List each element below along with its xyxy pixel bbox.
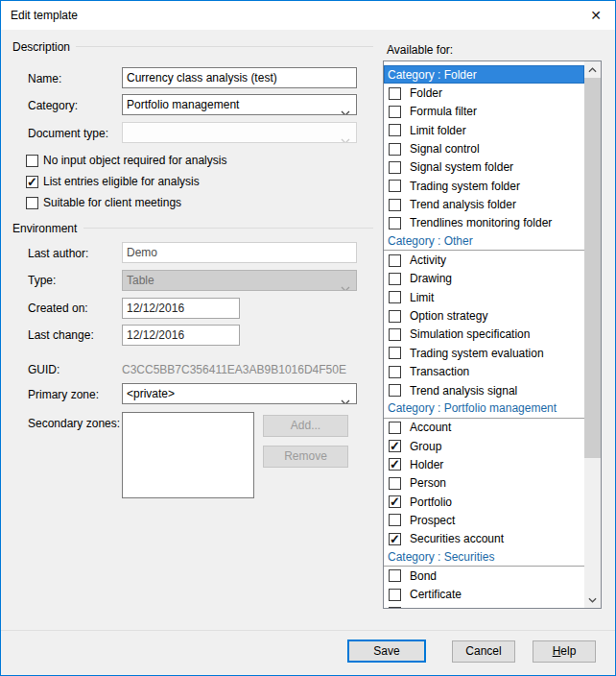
item-label: Option strategy [410, 309, 487, 323]
guid-label: GUID: [28, 363, 59, 376]
window-title: Edit template [11, 9, 78, 22]
checkbox-checked-icon[interactable]: ✓ [389, 495, 401, 508]
category-header[interactable]: Category : Other [384, 232, 584, 251]
available-for-item[interactable]: Transaction [384, 363, 584, 381]
available-for-item[interactable]: Trendlines monitoring folder [384, 214, 584, 232]
available-for-item[interactable]: Simulation specification [384, 326, 584, 344]
checkbox-unchecked-icon[interactable] [389, 310, 401, 323]
remove-button: Remove [263, 446, 348, 468]
item-label: Trendlines monitoring folder [410, 216, 552, 229]
checkbox-unchecked-icon[interactable] [389, 589, 401, 601]
available-for-item[interactable]: Person [384, 474, 584, 493]
checkbox-unchecked-icon[interactable] [389, 273, 401, 285]
item-label: Limit folder [410, 124, 466, 137]
checkbox-unchecked-icon[interactable] [389, 161, 401, 174]
available-for-item[interactable]: Trading system folder [384, 177, 584, 195]
available-for-item[interactable]: Signal control [384, 139, 584, 157]
help-button[interactable]: Help [533, 640, 596, 663]
chevron-down-icon [341, 392, 350, 404]
chevron-down-icon [341, 278, 350, 291]
available-for-item[interactable]: Certificate [384, 586, 584, 604]
category-select[interactable]: Portfolio management [122, 94, 357, 115]
last-author-label: Last author: [28, 247, 88, 260]
available-for-item[interactable]: Limit folder [384, 121, 584, 139]
checkbox-unchecked-icon[interactable] [389, 106, 401, 118]
available-for-item[interactable]: Option strategy [384, 306, 584, 325]
available-for-item[interactable]: Account [384, 419, 584, 437]
checkbox-unchecked-icon[interactable] [389, 366, 401, 378]
secondary-zones-listbox[interactable] [122, 412, 254, 498]
checkbox-unchecked-icon[interactable] [389, 143, 401, 156]
checkbox-checked-icon[interactable]: ✓ [26, 176, 38, 188]
available-for-item[interactable]: Formula filter [384, 103, 584, 121]
item-label: Limit [410, 291, 434, 304]
created-on-input[interactable]: 12/12/2016 [122, 298, 240, 319]
checkbox-checked-icon[interactable]: ✓ [389, 533, 401, 545]
analysis-option-row[interactable]: Suitable for client meetings [26, 192, 226, 213]
checkbox-unchecked-icon[interactable] [389, 180, 401, 192]
available-for-item[interactable] [384, 604, 584, 608]
checkbox-unchecked-icon[interactable] [389, 384, 401, 397]
available-for-item[interactable]: ✓Securities account [384, 530, 584, 548]
checkbox-unchecked-icon[interactable] [26, 197, 38, 209]
checkbox-unchecked-icon[interactable] [389, 607, 401, 608]
scroll-down-icon[interactable] [584, 592, 601, 608]
checkbox-unchecked-icon[interactable] [26, 155, 38, 167]
checkbox-checked-icon[interactable]: ✓ [389, 458, 401, 471]
checkbox-unchecked-icon[interactable] [389, 328, 401, 341]
checkbox-unchecked-icon[interactable] [389, 217, 401, 229]
checkbox-unchecked-icon[interactable] [389, 124, 401, 136]
available-for-item[interactable]: Prospect [384, 511, 584, 529]
available-for-item[interactable]: Trading system evaluation [384, 344, 584, 362]
available-for-item[interactable]: ✓Portfolio [384, 493, 584, 511]
checkbox-checked-icon[interactable]: ✓ [389, 440, 401, 452]
checkbox-unchecked-icon[interactable] [389, 514, 401, 526]
category-header[interactable]: Category : Folder [384, 65, 584, 84]
primary-zone-label: Primary zone: [28, 388, 99, 401]
available-for-item[interactable]: Activity [384, 251, 584, 269]
primary-zone-value: <private> [127, 387, 175, 400]
item-label: Bond [410, 569, 437, 583]
checkbox-unchecked-icon[interactable] [389, 569, 401, 582]
checkbox-unchecked-icon[interactable] [389, 87, 401, 100]
item-label: Formula filter [410, 105, 477, 118]
analysis-option-row[interactable]: ✓List entries eligible for analysis [26, 171, 226, 192]
checkbox-unchecked-icon[interactable] [389, 477, 401, 490]
checkbox-unchecked-icon[interactable] [389, 347, 401, 359]
available-for-item[interactable]: Signal system folder [384, 158, 584, 177]
primary-zone-select[interactable]: <private> [122, 383, 357, 404]
available-for-item[interactable]: Trend analysis folder [384, 195, 584, 213]
available-for-item[interactable]: ✓Holder [384, 455, 584, 473]
available-for-item[interactable]: Folder [384, 84, 584, 102]
checkbox-unchecked-icon[interactable] [389, 254, 401, 267]
scrollbar[interactable] [584, 61, 601, 608]
scroll-up-icon[interactable] [584, 61, 601, 78]
category-value: Portfolio management [127, 98, 239, 111]
type-label: Type: [28, 274, 56, 287]
close-icon[interactable]: ✕ [577, 1, 615, 30]
name-input[interactable]: Currency class analysis (test) [122, 67, 357, 88]
category-header[interactable]: Category : Securities [384, 548, 584, 567]
checkbox-unchecked-icon[interactable] [389, 199, 401, 211]
available-for-item[interactable]: ✓Group [384, 437, 584, 455]
analysis-option-row[interactable]: No input object required for analysis [26, 150, 226, 171]
analysis-option-label: Suitable for client meetings [43, 196, 181, 209]
available-for-item[interactable]: Bond [384, 567, 584, 585]
available-for-item[interactable]: Trend analysis signal [384, 381, 584, 399]
available-for-item[interactable]: Limit [384, 288, 584, 306]
checkbox-unchecked-icon[interactable] [389, 291, 401, 303]
footer-separator [1, 630, 615, 631]
checkbox-unchecked-icon[interactable] [389, 422, 401, 434]
chevron-down-icon [341, 131, 350, 143]
available-for-item[interactable]: Drawing [384, 270, 584, 288]
scrollbar-thumb[interactable] [584, 78, 601, 458]
document-type-select [122, 122, 357, 143]
save-button[interactable]: Save [347, 640, 426, 663]
item-label: Group [410, 440, 441, 453]
last-change-input[interactable]: 12/12/2016 [122, 325, 240, 346]
secondary-zones-label: Secondary zones: [28, 417, 120, 430]
category-header[interactable]: Category : Portfolio management [384, 399, 584, 418]
cancel-button[interactable]: Cancel [452, 640, 515, 663]
item-label: Portfolio [410, 495, 452, 509]
item-label: Trend analysis signal [410, 384, 517, 398]
